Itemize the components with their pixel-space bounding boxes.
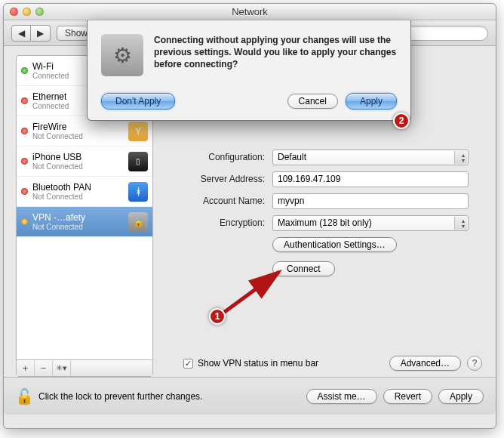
row-server-address: Server Address: 109.169.47.109 — [167, 170, 482, 188]
dialog-apply-button[interactable]: Apply — [346, 93, 397, 110]
row-account-name: Account Name: myvpn — [167, 192, 482, 210]
confirm-apply-dialog: ⚙︎ Connecting without applying your chan… — [87, 20, 411, 121]
authentication-settings-button[interactable]: Authentication Settings… — [272, 237, 397, 252]
assist-me-button[interactable]: Assist me… — [306, 389, 377, 404]
status-dot-icon — [21, 218, 28, 225]
sidebar-item-label: Bluetooth PAN — [32, 182, 124, 193]
configuration-popup[interactable]: Default▴▾ — [272, 150, 469, 165]
status-dot-icon — [21, 97, 28, 104]
sidebar-item-label: iPhone USB — [32, 152, 124, 162]
chevron-updown-icon: ▴▾ — [462, 218, 465, 229]
encryption-label: Encryption: — [167, 217, 272, 228]
callout-1: 1 — [209, 308, 226, 325]
add-service-button[interactable]: + — [17, 360, 35, 376]
bottom-row: ✓ Show VPN status in menu bar Advanced… … — [153, 356, 482, 371]
row-configuration: Configuration: Default▴▾ — [167, 148, 482, 166]
annotation-arrow — [215, 268, 290, 321]
system-preferences-icon: ⚙︎ — [101, 34, 143, 76]
help-button[interactable]: ? — [467, 356, 482, 371]
sidebar-item-status: Not Connected — [32, 132, 124, 141]
configuration-label: Configuration: — [167, 152, 272, 162]
chevron-updown-icon: ▴▾ — [462, 153, 465, 163]
lock-button[interactable]: 🔓 — [16, 386, 32, 407]
back-button[interactable]: ◀ — [11, 25, 31, 42]
service-actions-button[interactable]: ✳︎▾ — [53, 360, 71, 376]
sidebar-item-status: Not Connected — [32, 162, 124, 171]
encryption-popup[interactable]: Maximum (128 bit only)▴▾ — [272, 215, 469, 231]
status-dot-connected-icon — [21, 67, 28, 74]
lock-text: Click the lock to prevent further change… — [38, 391, 202, 402]
sidebar-item-firewire[interactable]: FireWire Not Connected Y — [17, 116, 152, 147]
firewire-icon: Y — [128, 122, 148, 141]
network-preferences-window: Network ◀ ▶ Show All 🔍 Wi-Fi Connected ⌔ — [3, 3, 496, 429]
row-auth: Authentication Settings… — [167, 236, 482, 254]
sidebar-item-status: Not Connected — [32, 223, 124, 232]
server-address-label: Server Address: — [167, 174, 272, 184]
callout-badge: 2 — [393, 113, 410, 129]
titlebar: Network — [4, 4, 496, 20]
window-footer: 🔓 Click the lock to prevent further chan… — [4, 377, 496, 415]
chevron-left-icon: ◀ — [18, 27, 25, 39]
account-name-label: Account Name: — [167, 196, 272, 206]
window-title: Network — [4, 6, 496, 17]
lock-icon: 🔒 — [128, 212, 148, 232]
bluetooth-icon: ᚼ — [128, 182, 148, 202]
forward-button[interactable]: ▶ — [31, 25, 51, 42]
checkbox-checked-icon: ✓ — [183, 359, 193, 369]
row-encryption: Encryption: Maximum (128 bit only)▴▾ — [167, 214, 482, 232]
status-dot-icon — [21, 128, 28, 134]
chevron-right-icon: ▶ — [37, 27, 44, 39]
iphone-icon: ▯ — [128, 152, 148, 171]
help-icon: ? — [472, 358, 478, 369]
show-vpn-status-label: Show VPN status in menu bar — [198, 358, 318, 369]
nav-buttons: ◀ ▶ — [11, 25, 51, 42]
cancel-button[interactable]: Cancel — [287, 94, 338, 109]
sidebar-item-label: FireWire — [32, 122, 124, 132]
sidebar-item-vpn[interactable]: VPN -…afety Not Connected 🔒 — [17, 207, 152, 237]
dialog-message: Connecting without applying your changes… — [154, 34, 397, 76]
sidebar-item-label: VPN -…afety — [32, 212, 124, 223]
account-name-input[interactable]: myvpn — [272, 193, 469, 209]
svg-line-0 — [223, 272, 279, 313]
dont-apply-button[interactable]: Don't Apply — [101, 93, 175, 110]
remove-service-button[interactable]: − — [35, 360, 53, 376]
sidebar-item-iphone-usb[interactable]: iPhone USB Not Connected ▯ — [17, 147, 152, 177]
sidebar-footer: + − ✳︎▾ — [17, 359, 152, 376]
status-dot-icon — [21, 188, 28, 195]
sidebar-item-status: Not Connected — [32, 193, 124, 202]
callout-2: 2 — [393, 113, 410, 129]
apply-button[interactable]: Apply — [438, 389, 484, 404]
callout-badge: 1 — [209, 308, 226, 325]
sidebar-item-bluetooth-pan[interactable]: Bluetooth PAN Not Connected ᚼ — [17, 177, 152, 207]
advanced-button[interactable]: Advanced… — [389, 356, 461, 371]
server-address-input[interactable]: 109.169.47.109 — [272, 171, 469, 187]
revert-button[interactable]: Revert — [383, 389, 432, 404]
row-connect: Connect — [167, 260, 482, 278]
show-vpn-status-checkbox[interactable]: ✓ Show VPN status in menu bar — [183, 358, 318, 369]
status-dot-icon — [21, 158, 28, 165]
unlocked-lock-icon: 🔓 — [15, 387, 34, 406]
